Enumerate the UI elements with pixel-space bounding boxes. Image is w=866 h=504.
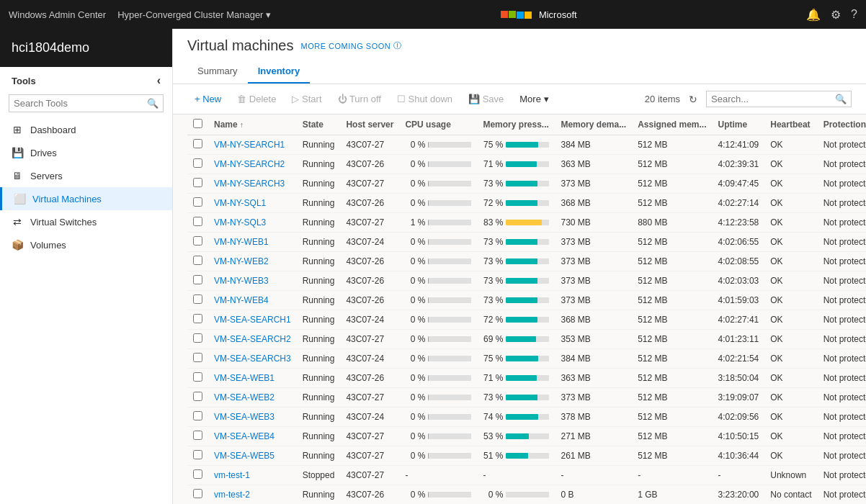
vm-name-link[interactable]: VM-SEA-SEARCH2 — [214, 334, 291, 344]
vm-name-link[interactable]: VM-SEA-SEARCH3 — [214, 354, 291, 364]
vm-name-link[interactable]: VM-SEA-WEB4 — [214, 431, 274, 441]
sidebar-item-drives[interactable]: 💾Drives — [0, 141, 172, 164]
col-header-cpu[interactable]: CPU usage — [399, 114, 477, 135]
col-header-mem_press[interactable]: Memory press... — [477, 114, 555, 135]
vm-cpu-cell: 0 % — [399, 271, 477, 291]
vm-heartbeat-cell: OK — [764, 446, 817, 466]
row-select-checkbox[interactable] — [193, 450, 202, 459]
col-header-uptime[interactable]: Uptime — [713, 114, 765, 135]
vm-heartbeat-cell: OK — [764, 330, 817, 349]
row-select-checkbox[interactable] — [193, 431, 202, 440]
row-checkbox-cell — [187, 291, 208, 310]
table-search-input[interactable] — [711, 94, 832, 104]
vm-heartbeat-cell: OK — [764, 310, 817, 330]
vm-uptime-cell: 4:02:27:41 — [713, 310, 765, 330]
vm-assigned-mem-cell: 512 MB — [632, 408, 712, 427]
select-all-checkbox[interactable] — [193, 119, 202, 128]
vm-name-link[interactable]: vm-test-2 — [214, 490, 250, 500]
vm-name-link[interactable]: VM-SEA-WEB2 — [214, 392, 274, 402]
turnoff-button[interactable]: ⏻ Turn off — [331, 90, 388, 108]
row-select-checkbox[interactable] — [193, 275, 202, 284]
mem-pct: 75 % — [483, 354, 503, 364]
row-select-checkbox[interactable] — [193, 314, 202, 323]
sidebar-item-dashboard[interactable]: ⊞Dashboard — [0, 118, 172, 141]
more-button[interactable]: More ▾ — [512, 90, 556, 108]
row-select-checkbox[interactable] — [193, 236, 202, 246]
sidebar-collapse-icon[interactable]: ‹ — [157, 74, 161, 87]
vm-name-link[interactable]: VM-NY-WEB3 — [214, 276, 269, 286]
select-all-header[interactable] — [187, 114, 208, 135]
vm-name-link[interactable]: VM-NY-SQL1 — [214, 198, 266, 208]
col-header-state[interactable]: State — [297, 114, 341, 135]
vm-name-cell: VM-SEA-SEARCH2 — [208, 330, 297, 349]
vm-name-link[interactable]: VM-NY-WEB4 — [214, 295, 269, 305]
sidebar: hci1804demo Tools ‹ 🔍 ⊞Dashboard💾Drives🖥… — [0, 29, 173, 504]
vm-name-link[interactable]: VM-NY-WEB1 — [214, 237, 269, 247]
vm-name-link[interactable]: VM-SEA-SEARCH1 — [214, 315, 291, 325]
row-select-checkbox[interactable] — [193, 217, 202, 226]
vm-heartbeat-cell: OK — [764, 408, 817, 427]
row-select-checkbox[interactable] — [193, 139, 202, 148]
vm-assigned-mem-cell: 512 MB — [632, 252, 712, 271]
notification-icon[interactable]: 🔔 — [806, 8, 821, 22]
vm-name-link[interactable]: VM-SEA-WEB1 — [214, 373, 274, 383]
help-icon[interactable]: ? — [851, 8, 857, 21]
row-select-checkbox[interactable] — [193, 469, 202, 479]
vm-host-cell: 43C07-24 — [340, 408, 399, 427]
vm-uptime-cell: 4:02:21:54 — [713, 349, 765, 369]
sort-icon-name: ↑ — [240, 121, 244, 129]
col-header-mem_demand[interactable]: Memory dema... — [555, 114, 632, 135]
table-row: VM-NY-SEARCH3Running43C07-270 %73 %373 M… — [187, 174, 866, 194]
row-select-checkbox[interactable] — [193, 197, 202, 207]
vm-name-link[interactable]: VM-NY-SEARCH2 — [214, 159, 285, 169]
row-select-checkbox[interactable] — [193, 158, 202, 168]
col-header-protection[interactable]: Protection... — [818, 114, 866, 135]
row-select-checkbox[interactable] — [193, 256, 202, 265]
shutdown-button[interactable]: ☐ Shut down — [390, 90, 460, 108]
vm-name-link[interactable]: VM-SEA-WEB3 — [214, 412, 274, 422]
vm-name-link[interactable]: VM-NY-WEB2 — [214, 256, 269, 266]
table-row: vm-test-2Running43C07-260 %0 %0 B1 GB3:2… — [187, 485, 866, 505]
vm-name-link[interactable]: VM-NY-SEARCH1 — [214, 140, 285, 150]
row-select-checkbox[interactable] — [193, 411, 202, 420]
row-select-checkbox[interactable] — [193, 489, 202, 498]
vm-cpu-cell: 0 % — [399, 330, 477, 349]
sidebar-item-virtual-machines[interactable]: ⬜Virtual Machines — [0, 187, 172, 210]
vm-name-link[interactable]: VM-SEA-WEB5 — [214, 451, 274, 461]
row-select-checkbox[interactable] — [193, 372, 202, 382]
vm-name-link[interactable]: VM-NY-SEARCH3 — [214, 179, 285, 189]
col-header-host[interactable]: Host server — [340, 114, 399, 135]
row-select-checkbox[interactable] — [193, 294, 202, 304]
nav-icon-drives: 💾 — [12, 147, 23, 158]
refresh-button[interactable]: ↻ — [686, 91, 700, 108]
row-select-checkbox[interactable] — [193, 353, 202, 362]
chevron-down-icon[interactable]: ▾ — [266, 9, 271, 20]
vm-name-link[interactable]: vm-test-1 — [214, 470, 250, 480]
row-select-checkbox[interactable] — [193, 333, 202, 343]
sidebar-item-volumes[interactable]: 📦Volumes — [0, 233, 172, 256]
row-checkbox-cell — [187, 155, 208, 174]
sidebar-item-virtual-switches[interactable]: ⇄Virtual Switches — [0, 210, 172, 233]
search-tools-input[interactable] — [9, 95, 143, 112]
nav-icon-servers: 🖥 — [12, 170, 23, 181]
vm-mem-demand-cell: 368 MB — [555, 194, 632, 213]
col-header-name[interactable]: Name ↑ — [208, 114, 297, 135]
cpu-pct: 1 % — [405, 217, 425, 228]
row-select-checkbox[interactable] — [193, 178, 202, 187]
vm-cpu-cell: 0 % — [399, 369, 477, 388]
sidebar-item-servers[interactable]: 🖥Servers — [0, 164, 172, 187]
vm-name-cell: VM-SEA-WEB4 — [208, 427, 297, 446]
delete-button[interactable]: 🗑 Delete — [230, 90, 283, 108]
vm-heartbeat-cell: OK — [764, 233, 817, 252]
col-header-heartbeat[interactable]: Heartbeat — [764, 114, 817, 135]
row-select-checkbox[interactable] — [193, 392, 202, 401]
col-header-assigned_mem[interactable]: Assigned mem... — [632, 114, 712, 135]
tab-inventory[interactable]: Inventory — [248, 60, 311, 84]
new-button[interactable]: + New — [187, 90, 228, 108]
save-button[interactable]: 💾 Save — [461, 90, 511, 108]
vm-name-link[interactable]: VM-NY-SQL3 — [214, 217, 266, 228]
vm-mem-demand-cell: 368 MB — [555, 310, 632, 330]
settings-icon[interactable]: ⚙ — [831, 8, 841, 22]
tab-summary[interactable]: Summary — [187, 60, 248, 84]
start-button[interactable]: ▷ Start — [285, 90, 329, 108]
